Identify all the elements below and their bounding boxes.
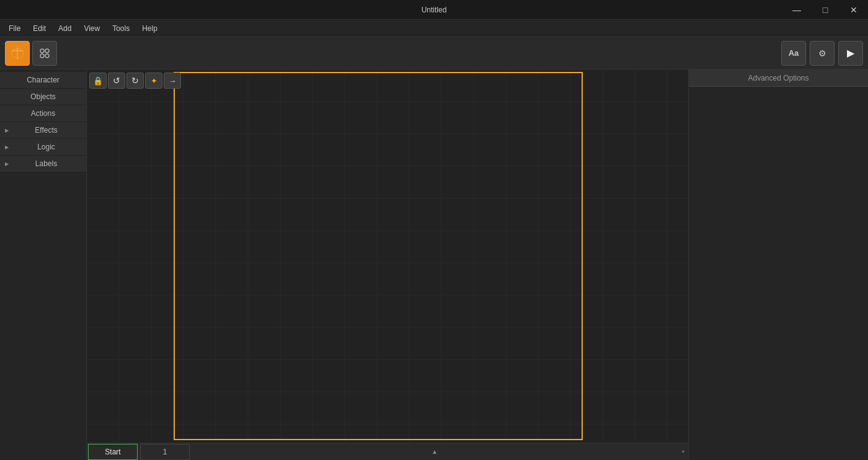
- toolbar-right: Aa ⚙ ▶: [781, 41, 863, 66]
- timeline-toolbar: 🔒 ↺ ↻ ✦ →: [87, 72, 688, 89]
- redo-button[interactable]: ↻: [126, 73, 144, 89]
- svg-point-5: [40, 54, 44, 58]
- sidebar-effects-label: Effects: [11, 126, 81, 135]
- sidebar-item-actions[interactable]: Actions: [0, 105, 86, 122]
- next-button[interactable]: →: [164, 73, 181, 89]
- sidebar-item-logic[interactable]: ▶ Logic: [0, 139, 86, 156]
- bottom-tabs: Start 1 ▲ +: [87, 443, 688, 460]
- menu-view[interactable]: View: [78, 22, 106, 35]
- menu-add[interactable]: Add: [52, 22, 78, 35]
- sidebar: Character Objects Actions ▶ Effects ▶ Lo…: [0, 69, 87, 460]
- menu-file[interactable]: File: [2, 22, 27, 35]
- canvas-area[interactable]: 🔒 ↺ ↻ ✦ → Start 1 ▲ +: [87, 69, 688, 460]
- tab-start[interactable]: Start: [88, 444, 138, 460]
- sidebar-item-objects[interactable]: Objects: [0, 89, 86, 105]
- svg-point-6: [45, 54, 49, 58]
- menubar: File Edit Add View Tools Help: [0, 20, 868, 37]
- minimize-button[interactable]: —: [782, 0, 811, 20]
- sidebar-actions-label: Actions: [5, 109, 81, 118]
- titlebar-controls: — □ ✕: [782, 0, 868, 20]
- svg-point-4: [45, 49, 49, 53]
- effects-arrow-icon: ▶: [5, 128, 9, 133]
- menu-tools[interactable]: Tools: [106, 22, 136, 35]
- sidebar-item-character[interactable]: Character: [0, 72, 86, 89]
- main-area: Character Objects Actions ▶ Effects ▶ Lo…: [0, 69, 868, 460]
- menu-help[interactable]: Help: [136, 22, 164, 35]
- menu-edit[interactable]: Edit: [27, 22, 52, 35]
- sidebar-item-labels[interactable]: ▶ Labels: [0, 156, 86, 172]
- logic-arrow-icon: ▶: [5, 144, 9, 150]
- sidebar-character-label: Character: [5, 76, 81, 84]
- right-panel: Advanced Options: [688, 69, 868, 460]
- window-title: Untitled: [422, 6, 447, 14]
- sidebar-item-effects[interactable]: ▶ Effects: [0, 122, 86, 139]
- play-button[interactable]: ▶: [838, 41, 863, 66]
- font-button[interactable]: Aa: [781, 41, 806, 66]
- sidebar-logic-label: Logic: [11, 143, 81, 151]
- group-button[interactable]: [32, 41, 57, 66]
- grid-container: [87, 69, 688, 443]
- scroll-up-btn[interactable]: ▲: [430, 446, 440, 458]
- toolbar: Aa ⚙ ▶: [0, 37, 868, 69]
- lock-button[interactable]: 🔒: [89, 73, 107, 89]
- grid-canvas: [87, 69, 688, 443]
- sidebar-objects-label: Objects: [5, 92, 81, 101]
- svg-point-3: [40, 49, 44, 53]
- sidebar-labels-label: Labels: [11, 159, 81, 168]
- add-tab-btn[interactable]: +: [678, 446, 688, 458]
- advanced-options-label: Advanced Options: [748, 74, 808, 82]
- tab-1[interactable]: 1: [140, 444, 190, 460]
- settings-button[interactable]: ⚙: [810, 41, 835, 66]
- cube-button[interactable]: [5, 41, 30, 66]
- titlebar: Untitled — □ ✕: [0, 0, 868, 20]
- close-button[interactable]: ✕: [839, 0, 868, 20]
- labels-arrow-icon: ▶: [5, 161, 9, 167]
- maximize-button[interactable]: □: [811, 0, 839, 20]
- advanced-options-bar: Advanced Options: [689, 69, 868, 87]
- sparkle-button[interactable]: ✦: [145, 73, 162, 89]
- undo-button[interactable]: ↺: [108, 73, 125, 89]
